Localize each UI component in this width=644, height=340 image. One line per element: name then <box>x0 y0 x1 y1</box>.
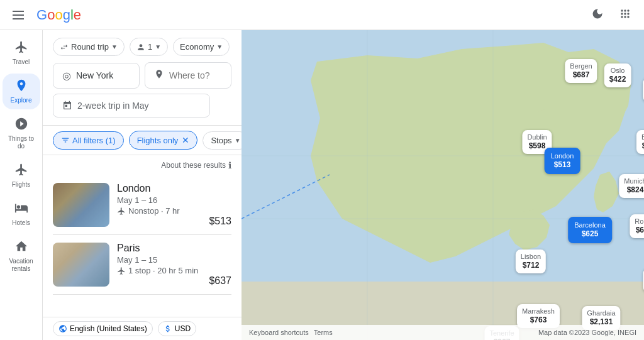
marker-london[interactable]: London$513 <box>545 148 580 174</box>
info-icon[interactable]: ℹ <box>228 160 231 170</box>
paris-stops: 1 stop · 20 hr 5 min <box>117 266 201 275</box>
person-icon <box>136 43 145 52</box>
london-stops: Nonstop · 7 hr <box>117 206 201 216</box>
result-card-london[interactable]: London May 1 – 16 Nonstop · 7 hr $513 <box>53 175 231 235</box>
menu-button[interactable] <box>10 8 26 22</box>
passengers-label: 1 <box>148 42 152 52</box>
class-chevron: ▼ <box>216 43 223 50</box>
date-input[interactable]: 2-week trip in May <box>53 94 210 118</box>
sidebar-item-travel[interactable]: Travel <box>3 35 40 71</box>
paris-city: Paris <box>117 243 201 254</box>
round-trip-icon <box>60 43 69 52</box>
flights-only-chip[interactable]: Flights only ✕ <box>129 131 198 150</box>
marker-oslo[interactable]: Oslo$422 <box>604 63 631 87</box>
filter-icon <box>61 136 70 145</box>
results-panel: About these results ℹ London May 1 – 16 … <box>43 155 242 317</box>
stops-chip[interactable]: Stops ▼ <box>203 131 242 150</box>
result-card-paris[interactable]: Paris May 1 – 15 1 stop · 20 hr 5 min $6… <box>53 235 231 295</box>
google-logo: Google <box>36 7 81 23</box>
language-button[interactable]: English (United States) <box>53 321 153 336</box>
google-apps-button[interactable] <box>616 5 634 25</box>
map-footer-left: Keyboard shortcuts Terms <box>249 329 333 336</box>
search-controls: Round trip ▼ 1 ▼ Economy ▼ <box>53 38 231 56</box>
origin-input[interactable]: ◎ <box>53 63 140 89</box>
all-filters-label: All filters (1) <box>72 136 116 145</box>
map-attribution: Map data ©2023 Google, INEGI <box>538 329 636 336</box>
paris-stops-label: 1 stop · 20 hr 5 min <box>128 266 198 275</box>
currency-icon <box>164 324 172 333</box>
hotels-icon <box>14 201 28 218</box>
content-area: Round trip ▼ 1 ▼ Economy ▼ ◎ <box>43 30 242 340</box>
sidebar-item-explore[interactable]: Explore <box>3 74 40 109</box>
about-results-label: About these results <box>161 161 226 170</box>
sidebar-item-flights[interactable]: Flights <box>3 158 40 194</box>
sidebar-item-hotels[interactable]: Hotels <box>3 196 40 232</box>
one-stop-icon <box>117 266 126 275</box>
language-label: English (United States) <box>70 324 147 333</box>
filter-bar: All filters (1) Flights only ✕ Stops ▼ P… <box>43 126 242 155</box>
stops-label: Stops <box>211 136 231 145</box>
marker-bergen[interactable]: Bergen$687 <box>565 59 597 83</box>
paris-price: $637 <box>209 275 231 287</box>
explore-icon <box>14 79 28 96</box>
main-container: Travel Explore Things to do Flights Hote… <box>0 30 644 340</box>
paris-dates: May 1 – 15 <box>117 255 201 265</box>
flights-only-label: Flights only <box>137 136 179 145</box>
marker-lisbon[interactable]: Lisbon$712 <box>516 250 546 273</box>
origin-field[interactable] <box>76 70 130 80</box>
london-price: $513 <box>209 216 231 227</box>
sidebar-explore-label: Explore <box>11 97 32 104</box>
currency-label: USD <box>175 324 191 333</box>
origin-icon: ◎ <box>62 70 71 82</box>
marker-barcelona[interactable]: Barcelona$625 <box>568 217 612 243</box>
sidebar-things-label: Things to do <box>6 135 36 150</box>
map-area: Bergen$687Oslo$422Helsinki$754Stockholm$… <box>242 30 644 340</box>
marker-berlin[interactable]: Berlin$466 <box>636 130 644 154</box>
stops-chevron: ▼ <box>235 137 241 144</box>
globe-icon <box>58 324 67 333</box>
marker-rome[interactable]: Rome$680 <box>630 214 644 238</box>
dark-mode-button[interactable] <box>589 5 606 25</box>
header-right <box>589 5 634 25</box>
all-filters-chip[interactable]: All filters (1) <box>53 131 124 150</box>
sidebar-flights-label: Flights <box>12 181 30 189</box>
cabin-class-label: Economy <box>180 42 214 52</box>
input-row: ◎ <box>53 62 231 89</box>
travel-icon <box>14 40 28 57</box>
sidebar-vacation-label: Vacation rentals <box>6 258 36 273</box>
date-row: 2-week trip in May <box>53 94 231 118</box>
currency-button[interactable]: USD <box>158 321 196 336</box>
results-header: About these results ℹ <box>53 155 231 175</box>
things-icon <box>14 117 28 134</box>
flights-icon <box>14 163 28 180</box>
app-header: Google <box>0 0 644 30</box>
cabin-class-button[interactable]: Economy ▼ <box>173 38 230 56</box>
bottom-bar: English (United States) USD <box>43 317 242 340</box>
london-dates: May 1 – 16 <box>117 195 201 205</box>
search-panel: Round trip ▼ 1 ▼ Economy ▼ ◎ <box>43 30 242 126</box>
trip-type-chevron: ▼ <box>111 43 118 50</box>
header-left: Google <box>10 7 81 23</box>
london-info: London May 1 – 16 Nonstop · 7 hr <box>117 183 201 227</box>
sidebar-item-vacation[interactable]: Vacation rentals <box>3 234 40 278</box>
trip-type-label: Round trip <box>71 42 109 52</box>
london-image <box>53 183 109 227</box>
map-footer: Keyboard shortcuts Terms Map data ©2023 … <box>242 325 644 340</box>
date-placeholder: 2-week trip in May <box>77 101 149 111</box>
destination-icon <box>154 69 164 82</box>
paris-image <box>53 243 109 287</box>
sidebar-item-things[interactable]: Things to do <box>3 112 40 155</box>
trip-type-button[interactable]: Round trip ▼ <box>53 38 125 56</box>
paris-info: Paris May 1 – 15 1 stop · 20 hr 5 min <box>117 243 201 287</box>
london-stops-label: Nonstop · 7 hr <box>128 206 180 216</box>
map-terms[interactable]: Terms <box>314 329 333 336</box>
nonstop-icon <box>117 207 126 216</box>
flights-only-close[interactable]: ✕ <box>182 135 189 145</box>
marker-munich[interactable]: Munich$824 <box>619 174 644 198</box>
calendar-icon <box>62 101 72 111</box>
passengers-button[interactable]: 1 ▼ <box>130 38 168 56</box>
destination-field[interactable] <box>169 70 222 80</box>
passengers-chevron: ▼ <box>155 43 161 50</box>
keyboard-shortcuts[interactable]: Keyboard shortcuts <box>249 329 309 336</box>
destination-input[interactable] <box>145 62 231 89</box>
